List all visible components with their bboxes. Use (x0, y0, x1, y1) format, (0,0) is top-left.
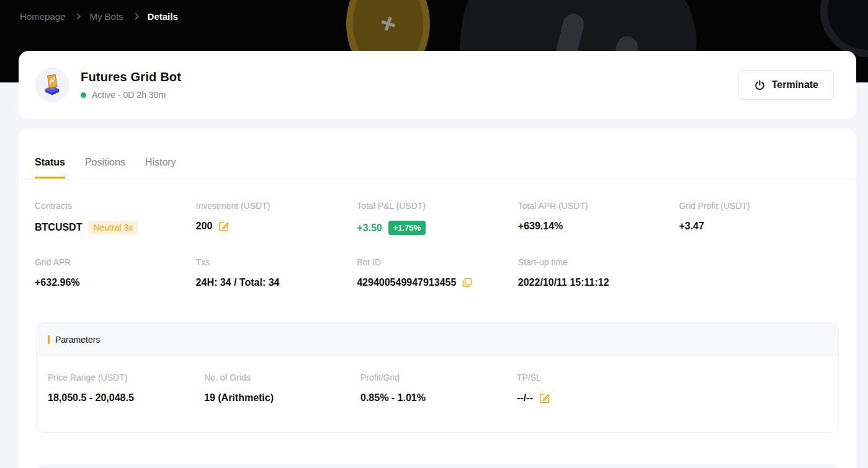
coin-symbol-icon: + (376, 6, 401, 40)
stat-label: Txs (196, 257, 357, 267)
details-card: Status Positions History Contracts BTCUS… (19, 128, 856, 468)
tab-status[interactable]: Status (35, 157, 65, 179)
edit-icon (218, 221, 230, 232)
stat-contracts: Contracts BTCUSDT Neutral 3x (35, 201, 196, 235)
param-no-of-grids: No. of Grids 19 (Arithmetic) (204, 373, 360, 404)
copy-icon (462, 278, 472, 288)
stat-startup-time: Start-up time 2022/10/11 15:11:12 (518, 257, 679, 288)
investment-value: 200 (196, 221, 213, 232)
stat-grid-profit: Grid Profit (USDT) +3.47 (679, 201, 840, 235)
bot-avatar-icon (39, 72, 65, 98)
page-title: Futures Grid Bot (81, 70, 181, 84)
tpsl-value: --/-- (517, 392, 533, 404)
startup-time-value: 2022/10/11 15:11:12 (518, 277, 609, 288)
txs-value: 24H: 34 / Total: 34 (196, 277, 280, 288)
edit-icon (539, 392, 550, 404)
param-label: Profit/Grid (360, 373, 517, 382)
tab-bar: Status Positions History (19, 128, 856, 179)
copy-bot-id-button[interactable] (462, 278, 472, 288)
stat-txs: Txs 24H: 34 / Total: 34 (196, 257, 357, 288)
param-tpsl: TP/SL --/-- (517, 373, 673, 404)
bot-header-info: Futures Grid Bot Active - 0D 2h 30m (81, 70, 181, 100)
param-price-range: Price Range (USDT) 18,050.5 - 20,048.5 (48, 373, 204, 404)
chevron-right-icon (74, 14, 81, 20)
total-pnl-value: +3.50 (357, 223, 382, 234)
coin-illustration-right (820, 0, 868, 57)
stat-label: Contracts (35, 201, 196, 211)
stat-total-apr: Total APR (USDT) +639.14% (518, 201, 679, 235)
leverage-badge: Neutral 3x (88, 221, 138, 234)
bot-header-card: Futures Grid Bot Active - 0D 2h 30m Term… (19, 51, 856, 119)
status-text: Active - 0D 2h 30m (92, 90, 166, 100)
param-label: TP/SL (517, 373, 673, 382)
stat-bot-id: Bot ID 429400549947913455 (357, 257, 518, 288)
stat-investment: Investment (USDT) 200 (196, 201, 357, 235)
parameters-title: Parameters (55, 335, 100, 345)
stat-label: Start-up time (518, 257, 679, 267)
parameters-section: Parameters Price Range (USDT) 18,050.5 -… (36, 322, 839, 433)
param-label: Price Range (USDT) (48, 373, 204, 382)
stat-label: Total APR (USDT) (518, 201, 679, 211)
total-apr-value: +639.14% (518, 221, 563, 232)
parameters-grid: Price Range (USDT) 18,050.5 - 20,048.5 N… (37, 356, 838, 432)
profit-grid-value: 0.85% - 1.01% (360, 392, 426, 404)
price-range-value: 18,050.5 - 20,048.5 (48, 392, 134, 404)
stat-label: Investment (USDT) (196, 201, 357, 211)
stat-total-pnl: Total P&L (USDT) +3.50 +1.75% (357, 201, 518, 235)
param-empty-cell (673, 373, 827, 404)
stat-label: Bot ID (357, 257, 518, 267)
tab-history[interactable]: History (145, 157, 176, 179)
grid-profit-value: +3.47 (679, 221, 704, 232)
pnl-percent-badge: +1.75% (388, 221, 426, 235)
param-profit-grid: Profit/Grid 0.85% - 1.01% (360, 373, 517, 404)
param-label: No. of Grids (204, 373, 360, 382)
breadcrumb: Homepage My Bots Details (20, 11, 178, 22)
parameters-header: Parameters (37, 323, 838, 356)
stat-empty-cell (679, 257, 840, 288)
bot-status: Active - 0D 2h 30m (81, 90, 181, 100)
no-of-grids-value: 19 (Arithmetic) (204, 392, 274, 404)
grid-apr-value: +632.96% (35, 277, 80, 288)
bot-id-value: 429400549947913455 (357, 277, 456, 288)
bot-avatar (35, 68, 69, 102)
stat-label: Grid APR (35, 257, 196, 267)
terminate-button[interactable]: Terminate (738, 70, 834, 100)
next-section-box (36, 464, 839, 468)
stat-label: Grid Profit (USDT) (679, 201, 840, 211)
stat-label: Total P&L (USDT) (357, 201, 518, 211)
power-icon (754, 79, 766, 91)
stats-grid: Contracts BTCUSDT Neutral 3x Investment … (19, 179, 856, 288)
contracts-value: BTCUSDT (35, 222, 82, 233)
tab-positions[interactable]: Positions (85, 157, 125, 179)
edit-investment-button[interactable] (218, 221, 230, 232)
edit-tpsl-button[interactable] (539, 392, 550, 404)
breadcrumb-homepage[interactable]: Homepage (20, 11, 65, 22)
terminate-label: Terminate (772, 79, 818, 91)
breadcrumb-details: Details (148, 11, 178, 22)
breadcrumb-my-bots[interactable]: My Bots (89, 11, 123, 22)
chevron-right-icon (132, 14, 138, 20)
section-accent-bar (48, 335, 50, 344)
status-dot (81, 92, 86, 98)
stat-grid-apr: Grid APR +632.96% (35, 257, 196, 288)
